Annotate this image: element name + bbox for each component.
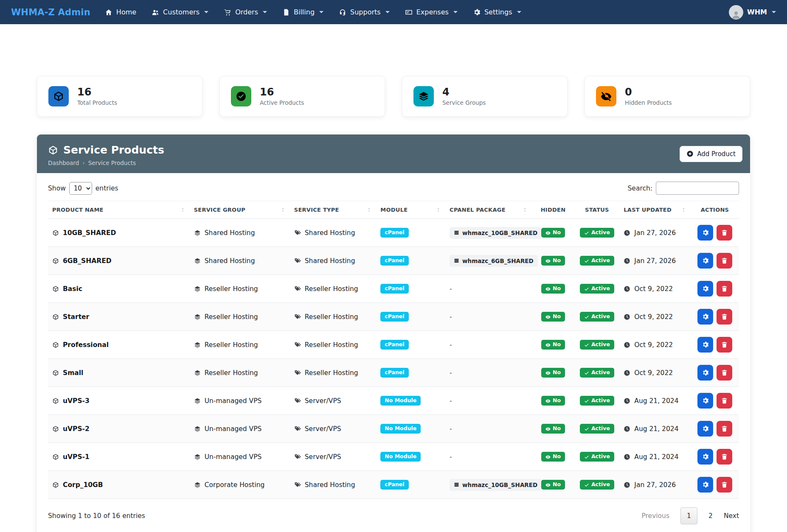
edit-product-button[interactable] — [697, 393, 713, 409]
column-header-service-type[interactable]: SERVICE TYPE — [290, 201, 377, 219]
status-text: Active — [591, 314, 610, 319]
layers-icon — [194, 314, 201, 320]
pagination: Previous12Next — [642, 507, 739, 524]
module-badge: cPanel — [380, 256, 408, 266]
delete-product-button[interactable] — [717, 393, 732, 409]
clock-icon — [624, 454, 630, 460]
status-badge: Active — [580, 424, 614, 434]
pagination-page-1[interactable]: 1 — [680, 507, 697, 524]
delete-product-button[interactable] — [717, 449, 732, 465]
edit-product-button[interactable] — [697, 337, 713, 353]
pagination-previous[interactable]: Previous — [642, 512, 670, 520]
delete-product-button[interactable] — [717, 253, 732, 269]
nav-item-supports[interactable]: Supports — [339, 8, 390, 16]
column-header-service-group[interactable]: SERVICE GROUP — [190, 201, 290, 219]
delete-product-button[interactable] — [717, 225, 732, 241]
product-name-cell: Corp_10GB — [48, 471, 190, 499]
cube-icon — [52, 454, 59, 460]
delete-product-button[interactable] — [717, 365, 732, 381]
product-name-cell: uVPS-3 — [48, 387, 190, 415]
entries-summary: Showing 1 to 10 of 16 entries — [48, 512, 145, 520]
add-product-button[interactable]: Add Product — [680, 146, 742, 162]
tags-icon — [294, 370, 301, 376]
service-type-text: Shared Hosting — [305, 481, 355, 489]
delete-product-button[interactable] — [717, 309, 732, 325]
stat-text: 0Hidden Products — [625, 87, 672, 106]
nav-item-customers[interactable]: Customers — [152, 8, 208, 16]
hidden-badge: No — [541, 452, 565, 462]
hidden-text: No — [553, 398, 561, 403]
nav-item-orders[interactable]: Orders — [224, 8, 267, 16]
table-row: uVPS-2Un-managed VPSServer/VPSNo Module-… — [48, 415, 739, 443]
breadcrumb-item[interactable]: Dashboard — [48, 160, 79, 166]
eye-icon — [545, 286, 551, 291]
hidden-badge: No — [541, 228, 565, 238]
column-header-last-updated[interactable]: LAST UPDATED — [619, 201, 691, 219]
gear-icon — [702, 257, 709, 264]
trash-icon — [721, 481, 728, 488]
hidden-badge: No — [541, 312, 565, 322]
gear-icon — [702, 453, 709, 460]
edit-product-button[interactable] — [697, 421, 713, 437]
delete-product-button[interactable] — [717, 477, 732, 493]
column-header-status[interactable]: STATUS — [575, 201, 620, 219]
layers-icon — [194, 370, 201, 376]
status-cell: Active — [575, 303, 620, 331]
nav-item-expenses[interactable]: Expenses — [405, 8, 458, 16]
clock-icon — [624, 230, 630, 236]
table-row: SmallReseller HostingReseller HostingcPa… — [48, 359, 739, 387]
edit-product-button[interactable] — [697, 225, 713, 241]
edit-product-button[interactable] — [697, 253, 713, 269]
edit-product-button[interactable] — [697, 309, 713, 325]
pagination-page-2[interactable]: 2 — [708, 512, 713, 520]
user-menu[interactable]: WHM — [729, 5, 776, 20]
nav-item-billing[interactable]: Billing — [282, 8, 323, 16]
delete-product-button[interactable] — [717, 337, 732, 353]
package-name: whmazc_10GB_SHARED — [462, 482, 537, 488]
hidden-cell: No — [532, 415, 575, 443]
service-type-cell: Shared Hosting — [290, 471, 377, 499]
delete-product-button[interactable] — [717, 281, 732, 297]
column-header-inner: CPANEL PACKAGE — [450, 207, 528, 213]
page-length-select[interactable]: 10 — [69, 182, 92, 195]
module-cell: cPanel — [376, 471, 445, 499]
clock-icon — [624, 286, 630, 292]
stat-label: Active Products — [260, 99, 304, 106]
nav-item-settings[interactable]: Settings — [473, 8, 521, 16]
edit-product-button[interactable] — [697, 365, 713, 381]
column-header-inner: STATUS — [579, 207, 616, 213]
clock-icon — [624, 342, 630, 348]
brand-logo[interactable]: WHMA-Z Admin — [11, 7, 90, 17]
check-circle-icon — [231, 86, 251, 106]
search-input[interactable] — [656, 182, 739, 195]
layers-icon — [194, 482, 201, 488]
nav-item-label: Home — [116, 8, 136, 16]
edit-product-button[interactable] — [697, 281, 713, 297]
status-text: Active — [591, 286, 610, 291]
module-badge: cPanel — [380, 480, 408, 490]
column-header-product-name[interactable]: PRODUCT NAME — [48, 201, 190, 219]
trash-icon — [721, 453, 728, 460]
column-header-cpanel-package[interactable]: CPANEL PACKAGE — [445, 201, 532, 219]
layers-icon — [194, 258, 201, 264]
delete-product-button[interactable] — [717, 421, 732, 437]
status-badge: Active — [580, 284, 614, 294]
column-header-module[interactable]: MODULE — [376, 201, 445, 219]
cpanel-package-cell: whmazc_10GB_SHARED — [445, 219, 532, 247]
pagination-next[interactable]: Next — [724, 512, 739, 520]
clock-icon — [624, 258, 630, 264]
cube-icon — [52, 230, 59, 236]
last-updated-cell: Oct 9, 2022 — [619, 359, 691, 387]
hidden-badge: No — [541, 256, 565, 266]
stat-card-service-groups: 4Service Groups — [402, 76, 568, 117]
entries-label: entries — [96, 185, 118, 192]
nav-item-home[interactable]: Home — [105, 8, 136, 16]
edit-product-button[interactable] — [697, 449, 713, 465]
edit-product-button[interactable] — [697, 477, 713, 493]
column-header-label: ACTIONS — [701, 207, 729, 213]
column-header-actions[interactable]: ACTIONS — [691, 201, 739, 219]
status-cell: Active — [575, 443, 620, 471]
page-title: Service Products — [48, 144, 739, 156]
module-cell: No Module — [376, 415, 445, 443]
column-header-hidden[interactable]: HIDDEN — [532, 201, 575, 219]
